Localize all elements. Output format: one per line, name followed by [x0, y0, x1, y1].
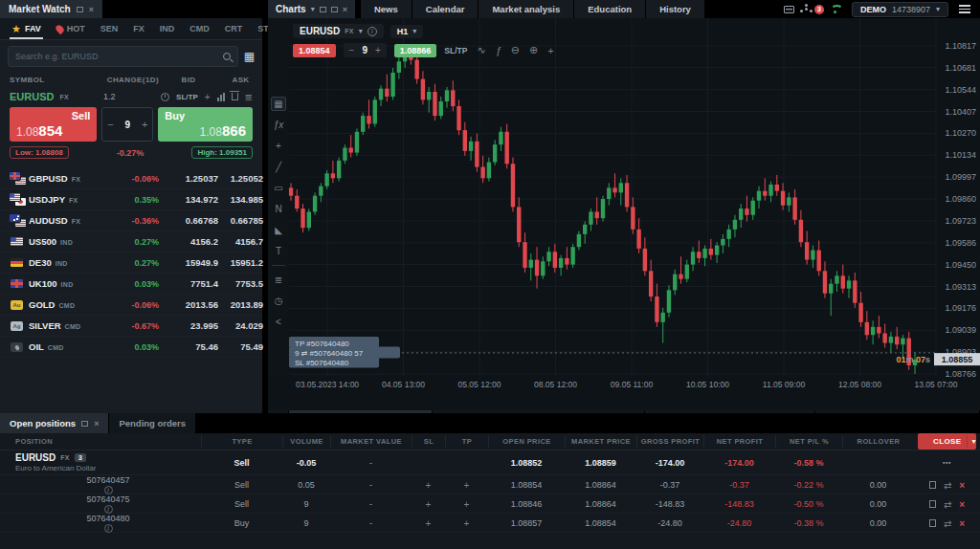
- trendline-tool-icon[interactable]: ╱: [271, 160, 286, 174]
- close-position-icon[interactable]: ×: [959, 499, 965, 510]
- mw-tab-hot[interactable]: HOT: [49, 18, 93, 39]
- maximize-icon[interactable]: [81, 421, 88, 427]
- top-tab-calendar[interactable]: Calendar: [412, 0, 479, 18]
- charts-window-menu[interactable]: Charts ▾ ×: [268, 0, 355, 18]
- mw-tab-fx[interactable]: FX: [125, 18, 152, 39]
- ask-value[interactable]: 75.49: [218, 341, 263, 352]
- top-tab-education[interactable]: Education: [574, 0, 646, 18]
- watchlist-row-gold[interactable]: AuGOLDCMD-0.06%2013.562013.89: [0, 295, 262, 316]
- watchlist-row-us500[interactable]: US500IND0.27%4156.24156.7: [0, 231, 262, 253]
- ask-value[interactable]: 4156.7: [218, 236, 263, 247]
- top-tab-news[interactable]: News: [361, 0, 412, 18]
- chart-symbol-selector[interactable]: EURUSD FX ▾ i: [293, 24, 384, 38]
- position-group-row[interactable]: EURUSDFX3Euro to American DollarSell-0.0…: [0, 450, 980, 475]
- menu-icon[interactable]: [959, 5, 970, 13]
- bid-value[interactable]: 134.972: [159, 194, 218, 205]
- volume-minus-button[interactable]: −: [107, 119, 113, 130]
- close-all-button[interactable]: CLOSE ▾: [918, 433, 976, 450]
- reverse-icon[interactable]: ⇄: [944, 499, 951, 510]
- ask-value[interactable]: 7753.5: [218, 278, 263, 289]
- crosshair-tool-icon[interactable]: +: [271, 139, 286, 153]
- volume-plus-button[interactable]: +: [142, 119, 147, 130]
- info-icon[interactable]: i: [104, 524, 113, 533]
- ask-value[interactable]: 1.25052: [218, 173, 263, 184]
- position-row-507640457[interactable]: 507640457iSell0.05-++1.088541.08864-0.37…: [0, 475, 980, 494]
- chart-volume-value[interactable]: 9: [362, 45, 368, 55]
- maximize-icon[interactable]: [331, 7, 338, 12]
- add-icon[interactable]: +: [205, 92, 211, 102]
- bid-value[interactable]: 15949.9: [159, 257, 218, 268]
- volume-plus-button[interactable]: +: [375, 45, 381, 55]
- timeframe-selector[interactable]: H1 ▾: [390, 25, 424, 38]
- ask-value[interactable]: 24.029: [218, 320, 263, 331]
- indicators-fx-icon[interactable]: ƒx: [271, 118, 286, 132]
- reverse-icon[interactable]: ⇄: [944, 518, 951, 529]
- mw-tab-cmd[interactable]: CMD: [182, 18, 217, 39]
- info-icon[interactable]: i: [104, 486, 113, 494]
- info-icon[interactable]: i: [104, 505, 113, 514]
- watchlist-row-uk100[interactable]: UK100IND0.03%7751.47753.5: [0, 274, 262, 295]
- close-position-icon[interactable]: ×: [959, 518, 965, 529]
- workspace-icon[interactable]: [784, 6, 794, 13]
- watchlist-row-silver[interactable]: AgSILVERCMD-0.67%23.99524.029: [0, 316, 262, 337]
- clock-icon[interactable]: [161, 93, 169, 101]
- trash-icon[interactable]: [232, 93, 238, 100]
- add-sl-button[interactable]: +: [412, 499, 445, 510]
- maximize-icon[interactable]: [77, 7, 83, 12]
- top-tab-market-analysis[interactable]: Market analysis: [479, 0, 574, 18]
- close-icon[interactable]: ×: [94, 421, 99, 427]
- chart-sell-button[interactable]: 1.08854: [293, 44, 336, 57]
- add-tp-button[interactable]: +: [445, 480, 488, 491]
- settings-icon[interactable]: ≣: [271, 273, 286, 287]
- mw-tab-crt[interactable]: CRT: [217, 18, 251, 39]
- duplicate-icon[interactable]: [929, 481, 936, 489]
- bid-value[interactable]: 75.46: [159, 341, 218, 352]
- ask-value[interactable]: 0.66785: [218, 215, 263, 226]
- list-icon[interactable]: ≣: [245, 92, 253, 102]
- position-row-507640475[interactable]: 507640475iSell9-++1.088461.08864-148.83-…: [0, 494, 980, 514]
- chart-style-icon[interactable]: ▦: [271, 97, 286, 111]
- market-watch-title-tab[interactable]: Market Watch ×: [0, 0, 102, 18]
- grid-view-icon[interactable]: ▦: [244, 51, 255, 62]
- chart-buy-button[interactable]: 1.08866: [394, 44, 437, 57]
- ask-value[interactable]: 2013.89: [218, 299, 263, 310]
- share-icon[interactable]: <: [271, 315, 286, 329]
- bid-value[interactable]: 2013.56: [159, 299, 218, 310]
- add-sl-button[interactable]: +: [412, 518, 445, 529]
- pattern-tool-icon[interactable]: N: [271, 202, 286, 216]
- selected-symbol-row[interactable]: EURUSD FX 1.2 SL/TP + ≣: [0, 88, 262, 105]
- bid-value[interactable]: 23.995: [159, 320, 218, 331]
- info-icon[interactable]: i: [368, 27, 377, 36]
- duplicate-icon[interactable]: [929, 500, 936, 508]
- chart-sltp-label[interactable]: SL/TP: [444, 46, 467, 55]
- ask-value[interactable]: 15951.2: [218, 257, 263, 268]
- watchlist-row-usdjpy[interactable]: USDJPYFX0.35%134.972134.985: [0, 189, 262, 210]
- sltp-label[interactable]: SL/TP: [176, 93, 198, 101]
- close-position-icon[interactable]: ×: [959, 480, 965, 491]
- bid-value[interactable]: 1.25037: [159, 173, 218, 184]
- duplicate-icon[interactable]: [929, 519, 936, 527]
- chart-canvas[interactable]: 1.108171.106811.105441.104071.102701.101…: [268, 18, 980, 392]
- search-box[interactable]: [8, 46, 238, 67]
- add-tp-button[interactable]: +: [445, 499, 488, 510]
- zoom-in-icon[interactable]: ⊕: [529, 44, 538, 56]
- bid-value[interactable]: 0.66768: [159, 215, 218, 226]
- account-selector[interactable]: DEMO 14738907 ▾: [852, 2, 948, 17]
- search-input[interactable]: [15, 52, 217, 61]
- reverse-icon[interactable]: ⇄: [944, 480, 951, 491]
- watchlist-row-gbpusd[interactable]: GBPUSDFX-0.06%1.250371.25052: [0, 168, 262, 189]
- mw-tab-ind[interactable]: IND: [152, 18, 183, 39]
- row-menu-button[interactable]: ⋯: [914, 458, 980, 468]
- zoom-out-icon[interactable]: ⊖: [511, 44, 520, 56]
- watchlist-row-oil[interactable]: OILCMD0.03%75.4675.49: [0, 337, 262, 358]
- indicator-icon[interactable]: ƒ: [496, 45, 501, 56]
- connections-icon[interactable]: [805, 8, 808, 11]
- ask-value[interactable]: 134.985: [218, 194, 263, 205]
- volume-minus-button[interactable]: −: [349, 45, 355, 55]
- text-tool-icon[interactable]: T: [271, 244, 286, 258]
- crosshair-icon[interactable]: +: [547, 45, 553, 56]
- bid-value[interactable]: 4156.2: [159, 236, 218, 247]
- rectangle-tool-icon[interactable]: ▭: [271, 181, 286, 195]
- watchlist-row-de30[interactable]: DE30IND0.27%15949.915951.2: [0, 253, 262, 274]
- close-icon[interactable]: ×: [89, 7, 94, 12]
